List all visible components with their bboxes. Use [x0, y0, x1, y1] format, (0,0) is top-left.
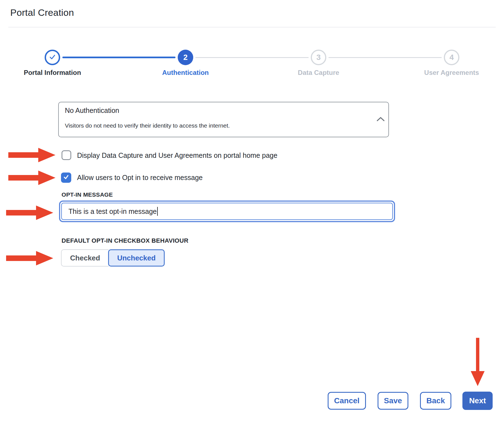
stepper-connector-3-4 [329, 57, 442, 58]
opt-in-message-label: OPT-IN MESSAGE [62, 191, 113, 198]
checkmark-icon [63, 174, 70, 182]
page-title: Portal Creation [10, 7, 74, 18]
opt-in-message-value: This is a test opt-in message [68, 207, 157, 216]
step-4-user-agreements[interactable]: 4 [444, 50, 459, 65]
text-caret [157, 207, 158, 216]
chevron-up-icon[interactable] [376, 116, 385, 123]
annotation-arrow-right-icon [6, 205, 54, 221]
opt-in-message-input[interactable]: This is a test opt-in message [59, 201, 395, 222]
toggle-option-unchecked[interactable]: Unchecked [108, 249, 165, 267]
annotation-arrow-right-icon [8, 147, 56, 163]
annotation-arrow-down-icon [470, 338, 485, 386]
back-button[interactable]: Back [420, 392, 451, 410]
step-4-label: User Agreements [407, 69, 496, 77]
step-2-authentication[interactable]: 2 [178, 50, 193, 65]
authentication-type-value: No Authentication [65, 107, 119, 115]
step-3-label: Data Capture [274, 69, 363, 77]
toggle-option-checked[interactable]: Checked [61, 249, 109, 267]
step-1-portal-information[interactable] [45, 50, 60, 65]
display-data-capture-checkbox[interactable] [62, 150, 71, 160]
portal-creation-page: Portal Creation Portal Information 2 Aut… [0, 0, 504, 431]
step-1-label: Portal Information [8, 69, 97, 77]
step-2-number: 2 [183, 53, 188, 62]
allow-opt-in-checkbox[interactable] [61, 173, 71, 183]
save-button[interactable]: Save [378, 392, 408, 410]
step-2-label: Authentication [141, 69, 230, 77]
check-icon [49, 53, 56, 62]
default-opt-in-toggle-group: Checked Unchecked [61, 249, 165, 267]
step-3-data-capture[interactable]: 3 [311, 50, 326, 65]
header-divider [8, 27, 496, 27]
step-4-number: 4 [449, 53, 454, 62]
step-3-number: 3 [316, 53, 321, 62]
stepper-connector-1-2 [62, 57, 175, 58]
annotation-arrow-right-icon [6, 250, 54, 266]
default-opt-in-behaviour-label: DEFAULT OPT-IN CHECKBOX BEHAVIOUR [62, 237, 189, 244]
display-data-capture-label: Display Data Capture and User Agreements… [77, 151, 278, 159]
cancel-button[interactable]: Cancel [328, 392, 366, 410]
authentication-type-description: Visitors do not need to verify their ide… [65, 122, 230, 129]
allow-opt-in-label: Allow users to Opt in to receive message [77, 174, 203, 182]
annotation-arrow-right-icon [8, 170, 56, 186]
stepper-connector-2-3 [195, 57, 309, 58]
next-button[interactable]: Next [462, 392, 493, 410]
